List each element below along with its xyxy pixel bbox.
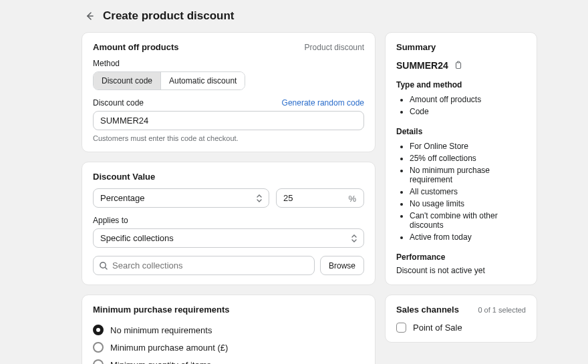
page-header: Create product discount	[0, 0, 588, 32]
svg-rect-4	[457, 61, 459, 63]
chevron-updown-icon	[351, 234, 357, 243]
search-collections-input[interactable]	[93, 256, 315, 275]
applies-to-label: Applies to	[93, 216, 364, 225]
min-purchase-title: Minimum purchase requirements	[93, 305, 364, 315]
page-title: Create product discount	[103, 9, 234, 23]
min-purchase-card: Minimum purchase requirements No minimum…	[82, 295, 376, 364]
method-option-auto[interactable]: Automatic discount	[160, 72, 245, 89]
min-purchase-option-none[interactable]: No minimum requirements	[93, 321, 364, 339]
svg-line-2	[105, 267, 107, 269]
amount-off-subtitle: Product discount	[305, 43, 364, 52]
clipboard-icon[interactable]	[454, 61, 463, 70]
list-item: 25% off collections	[410, 152, 526, 164]
summary-details-list: For Online Store 25% off collections No …	[396, 140, 526, 243]
radio-label: Minimum purchase amount (£)	[110, 343, 228, 353]
list-item: No usage limits	[410, 198, 526, 210]
value-suffix: %	[348, 193, 356, 203]
discount-value-card: Discount Value % Applies to	[82, 162, 376, 285]
summary-title: Summary	[396, 42, 526, 52]
channel-label: Point of Sale	[413, 323, 462, 333]
applies-to-select[interactable]	[93, 228, 364, 248]
sales-channels-count: 0 of 1 selected	[478, 306, 526, 314]
method-option-code[interactable]: Discount code	[94, 72, 160, 89]
checkbox-icon	[396, 323, 406, 333]
sales-channels-card: Sales channels 0 of 1 selected Point of …	[385, 295, 537, 343]
radio-icon	[93, 359, 104, 364]
back-arrow-icon[interactable]	[84, 11, 95, 21]
value-type-value[interactable]	[93, 188, 269, 208]
amount-off-title: Amount off products	[93, 42, 179, 52]
search-icon	[99, 261, 108, 270]
discount-value-title: Discount Value	[93, 172, 364, 182]
min-purchase-option-amount[interactable]: Minimum purchase amount (£)	[93, 339, 364, 356]
list-item: Amount off products	[410, 94, 526, 106]
summary-card: Summary SUMMER24 Type and method Amount …	[385, 32, 537, 285]
radio-label: Minimum quantity of items	[110, 360, 211, 365]
sales-channels-title: Sales channels	[396, 305, 459, 315]
list-item: No minimum purchase requirement	[410, 164, 526, 186]
radio-icon	[93, 325, 104, 335]
generate-code-link[interactable]: Generate random code	[282, 98, 364, 108]
discount-code-hint: Customers must enter this code at checko…	[93, 134, 364, 142]
summary-type-list: Amount off products Code	[396, 94, 526, 118]
list-item: Code	[410, 106, 526, 118]
summary-code: SUMMER24	[396, 60, 448, 71]
list-item: Active from today	[410, 231, 526, 243]
method-label: Method	[93, 59, 364, 68]
value-type-select[interactable]	[93, 188, 269, 208]
summary-perf-head: Performance	[396, 252, 526, 262]
list-item: All customers	[410, 186, 526, 198]
summary-type-head: Type and method	[396, 80, 526, 89]
discount-code-label: Discount code	[93, 98, 144, 108]
channel-option-pos[interactable]: Point of Sale	[396, 323, 526, 333]
list-item: Can't combine with other discounts	[410, 210, 526, 231]
summary-details-head: Details	[396, 127, 526, 136]
browse-button[interactable]: Browse	[320, 256, 364, 275]
applies-to-value[interactable]	[93, 228, 364, 248]
svg-rect-3	[456, 63, 460, 69]
radio-icon	[93, 342, 104, 353]
amount-off-card: Amount off products Product discount Met…	[82, 32, 376, 152]
value-number-wrap: %	[276, 188, 364, 208]
discount-code-input[interactable]	[93, 111, 364, 130]
min-purchase-option-quantity[interactable]: Minimum quantity of items	[93, 356, 364, 364]
summary-perf-text: Discount is not active yet	[396, 266, 526, 275]
list-item: For Online Store	[410, 140, 526, 152]
radio-label: No minimum requirements	[110, 325, 212, 335]
method-segmented: Discount code Automatic discount	[93, 71, 245, 90]
chevron-updown-icon	[256, 194, 263, 203]
